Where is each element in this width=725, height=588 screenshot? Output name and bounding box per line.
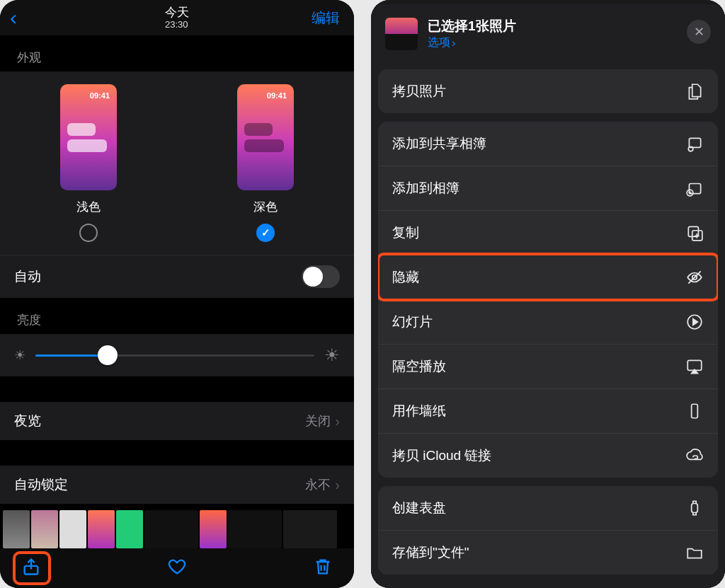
action-icloud-link[interactable]: 拷贝 iCloud 链接 [378, 433, 718, 478]
airplay-icon [685, 357, 704, 376]
light-mode-radio[interactable] [79, 224, 98, 242]
share-sheet: 已选择1张照片 选项› ✕ 拷贝照片添加到共享相簿添加到相簿复制隐藏幻灯片隔空播… [371, 4, 725, 588]
action-slideshow[interactable]: 幻灯片 [378, 299, 718, 344]
photo-viewer-navbar: ‹ 今天 23:30 编辑 [0, 0, 354, 35]
shared-album-icon [685, 134, 704, 153]
night-shift-value: 关闭 [305, 413, 331, 430]
copy-doc-icon [685, 82, 704, 100]
cloud-link-icon [685, 446, 704, 465]
action-group: 拷贝照片 [378, 69, 718, 113]
action-label: 幻灯片 [392, 313, 433, 331]
appearance-picker: 浅色 深色 [0, 71, 354, 255]
auto-lock-label: 自动锁定 [14, 475, 68, 494]
action-wallpaper[interactable]: 用作墙纸 [378, 388, 718, 433]
auto-appearance-cell: 自动 [0, 255, 354, 298]
brightness-slider[interactable] [35, 354, 314, 357]
nav-title: 今天 [165, 6, 189, 20]
action-label: 添加到共享相簿 [392, 134, 486, 153]
action-add-shared[interactable]: 添加到共享相簿 [378, 122, 718, 166]
action-label: 用作墙纸 [392, 402, 446, 420]
action-label: 隔空播放 [392, 357, 446, 376]
section-brightness-heading: 亮度 [0, 298, 354, 334]
action-label: 复制 [392, 224, 419, 242]
action-label: 创建表盘 [392, 499, 446, 517]
action-label: 隐藏 [392, 268, 419, 287]
chevron-right-icon: › [335, 413, 340, 430]
right-phone-share-sheet: 已选择1张照片 选项› ✕ 拷贝照片添加到共享相簿添加到相簿复制隐藏幻灯片隔空播… [371, 0, 725, 588]
screenshot-content: 外观 浅色 深色 自动 亮度 ☀ [0, 35, 354, 504]
photo-thumbnail-strip[interactable] [0, 510, 354, 548]
favorite-button[interactable] [167, 557, 187, 580]
auto-lock-value: 永不 [305, 476, 331, 493]
heart-icon [167, 557, 187, 577]
action-label: 拷贝照片 [392, 82, 446, 100]
action-watch-face[interactable]: 创建表盘 [378, 486, 718, 530]
action-group: 创建表盘存储到"文件" [378, 486, 718, 575]
svg-rect-10 [692, 404, 698, 418]
section-appearance-heading: 外观 [0, 35, 354, 71]
night-shift-cell[interactable]: 夜览 关闭› [0, 402, 354, 440]
trash-icon [313, 557, 333, 577]
action-add-album[interactable]: 添加到相簿 [378, 166, 718, 210]
auto-lock-cell[interactable]: 自动锁定 永不› [0, 466, 354, 504]
action-copy-photo[interactable]: 拷贝照片 [378, 69, 718, 113]
brightness-low-icon: ☀ [14, 347, 25, 363]
dark-mode-label: 深色 [253, 199, 278, 215]
share-button[interactable] [21, 557, 41, 580]
auto-toggle[interactable] [302, 265, 340, 288]
watch-icon [685, 499, 704, 517]
chevron-right-icon: › [452, 37, 455, 50]
action-duplicate[interactable]: 复制 [378, 210, 718, 255]
back-chevron-icon[interactable]: ‹ [10, 6, 17, 30]
brightness-high-icon: ☀ [324, 345, 340, 365]
action-label: 存储到"文件" [392, 543, 469, 562]
play-circle-icon [685, 313, 704, 331]
close-icon: ✕ [694, 24, 704, 40]
svg-rect-11 [692, 504, 698, 513]
eye-off-icon [685, 268, 704, 287]
light-mode-label: 浅色 [76, 199, 101, 215]
night-shift-label: 夜览 [14, 412, 41, 430]
album-add-icon [685, 179, 704, 197]
action-label: 拷贝 iCloud 链接 [392, 446, 491, 465]
share-sheet-body[interactable]: 拷贝照片添加到共享相簿添加到相簿复制隐藏幻灯片隔空播放用作墙纸拷贝 iCloud… [378, 69, 718, 588]
nav-subtitle-time: 23:30 [165, 19, 189, 30]
left-phone-display-settings: ‹ 今天 23:30 编辑 外观 浅色 深色 [0, 0, 354, 588]
share-icon [21, 557, 41, 577]
dark-mode-radio[interactable] [256, 224, 275, 242]
close-button[interactable]: ✕ [687, 20, 711, 44]
share-sheet-options-link[interactable]: 选项› [428, 35, 455, 50]
svg-rect-3 [689, 184, 700, 194]
action-airplay[interactable]: 隔空播放 [378, 344, 718, 388]
appearance-option-light[interactable]: 浅色 [0, 84, 177, 242]
share-sheet-header: 已选择1张照片 选项› ✕ [371, 4, 725, 63]
action-label: 添加到相簿 [392, 179, 459, 197]
action-hide[interactable]: 隐藏 [378, 255, 718, 299]
share-sheet-title: 已选择1张照片 [428, 17, 516, 35]
appearance-option-dark[interactable]: 深色 [177, 84, 354, 242]
folder-icon [685, 543, 704, 562]
delete-button[interactable] [313, 557, 333, 580]
action-save-files[interactable]: 存储到"文件" [378, 530, 718, 575]
chevron-right-icon: › [335, 477, 340, 493]
selected-photo-thumb [385, 18, 418, 50]
light-mode-thumb [60, 84, 117, 190]
auto-label: 自动 [14, 267, 41, 286]
phone-rect-icon [685, 402, 704, 420]
photo-toolbar [0, 548, 354, 588]
duplicate-icon [685, 224, 704, 242]
edit-button[interactable]: 编辑 [312, 8, 340, 28]
action-group: 添加到共享相簿添加到相簿复制隐藏幻灯片隔空播放用作墙纸拷贝 iCloud 链接 [378, 122, 718, 478]
svg-rect-1 [689, 138, 700, 147]
brightness-slider-row: ☀ ☀ [0, 334, 354, 376]
dark-mode-thumb [237, 84, 294, 190]
